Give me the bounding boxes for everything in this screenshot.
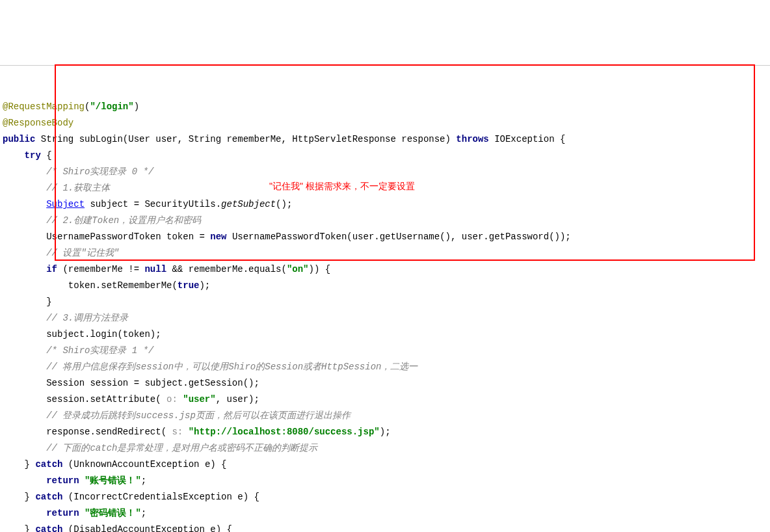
set-attr-start: session.setAttribute(: [46, 394, 161, 405]
comment-get-subject: // 1.获取主体: [46, 183, 110, 193]
close-brace: }: [46, 297, 51, 307]
paren-close: ): [134, 101, 139, 112]
return1-string: "账号错误！": [85, 475, 141, 486]
comment-shiro-end: /* Shiro实现登录 1 */: [46, 345, 153, 356]
keyword-public: public: [3, 134, 35, 144]
redirect-start: response.sendRedirect(: [46, 427, 166, 437]
user-string: "user": [183, 394, 215, 405]
code-block: @RequestMapping("/login") @ResponseBody …: [0, 83, 770, 532]
comment-create-token: // 2.创建Token，设置用户名和密码: [46, 215, 201, 226]
keyword-return2: return: [46, 508, 79, 518]
catch2-ex: (IncorrectCredentialsException e) {: [68, 492, 259, 502]
session-line: Session session = subject.getSession();: [46, 378, 259, 388]
redirect-end: );: [380, 427, 391, 437]
red-annotation-text: "记住我" 根据需求来，不一定要设置: [269, 178, 415, 194]
comment-remember-me: // 设置"记住我": [46, 248, 119, 258]
keyword-new: new: [210, 232, 226, 242]
comment-shiro-start: /* Shiro实现登录 0 */: [46, 166, 153, 177]
comment-redirect: // 登录成功后跳转到success.jsp页面，然后可以在该页面进行退出操作: [46, 410, 351, 421]
comment-login: // 3.调用方法登录: [46, 313, 128, 323]
token-line-start: UsernamePasswordToken token =: [46, 232, 210, 242]
subject-end: ();: [276, 199, 292, 209]
cond-mid: && rememberMe.equals(: [166, 264, 287, 274]
keyword-if: if: [46, 264, 57, 274]
comment-catch: // 下面的catch是异常处理，是对用户名或密码不正确的判断提示: [46, 443, 317, 453]
login-line: subject.login(token);: [46, 329, 161, 339]
annotation-response-body: @ResponseBody: [3, 118, 73, 128]
annotation-request-mapping: @RequestMapping: [3, 101, 85, 112]
keyword-catch3: catch: [35, 524, 62, 532]
keyword-true: true: [178, 280, 200, 291]
hint-o: o:: [161, 394, 183, 405]
top-border: [0, 65, 770, 66]
set-attr-end: , user);: [216, 394, 259, 405]
return2-string: "密码错误！": [85, 508, 141, 518]
keyword-null: null: [144, 264, 166, 274]
semi2: ;: [141, 508, 146, 518]
semi1: ;: [141, 475, 146, 486]
url-string: "http://localhost:8080/success.jsp": [189, 427, 380, 437]
request-mapping-url: "/login": [90, 101, 133, 112]
cond-start: (rememberMe !=: [57, 264, 144, 274]
token-line-end: UsernamePasswordToken(user.getUsername()…: [226, 232, 570, 242]
set-remember-start: token.setRememberMe(: [46, 280, 178, 291]
subject-assign: subject = SecurityUtils.: [85, 199, 221, 209]
subject-type: Subject: [46, 199, 85, 209]
keyword-catch2: catch: [35, 492, 62, 502]
keyword-throws: throws: [456, 134, 488, 144]
catch1-ex: (UnknownAccountException e) {: [68, 459, 227, 470]
set-remember-end: );: [199, 280, 210, 291]
keyword-try: try: [25, 150, 41, 161]
hint-s: s:: [166, 427, 189, 437]
keyword-catch1: catch: [35, 459, 62, 470]
keyword-return1: return: [46, 475, 79, 486]
comment-session: // 将用户信息保存到session中，可以使用Shiro的Session或者H…: [46, 362, 418, 372]
get-subject-method: getSubject: [221, 199, 276, 209]
on-string: "on": [287, 264, 309, 274]
catch3-ex: (DisabledAccountException e) {: [68, 524, 232, 532]
cond-end: )) {: [309, 264, 331, 274]
